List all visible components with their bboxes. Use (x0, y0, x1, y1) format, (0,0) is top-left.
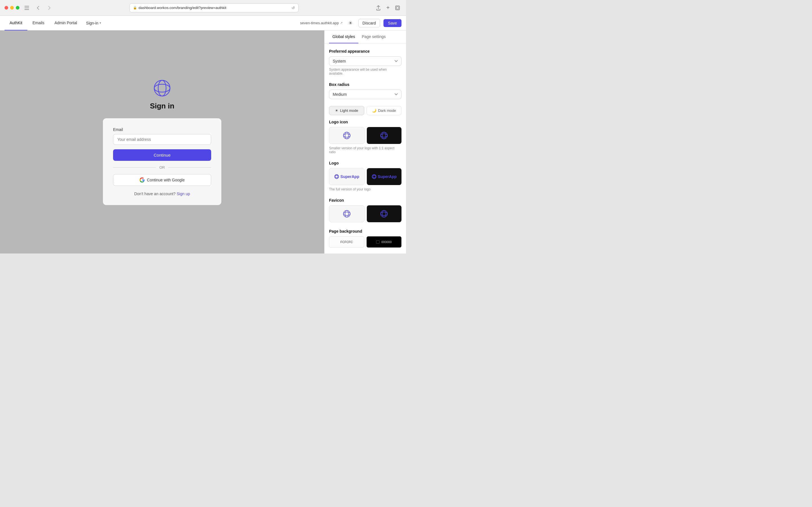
page-background-section: Page background FCFCFC 000000 (329, 229, 402, 247)
svg-point-12 (382, 132, 386, 139)
svg-point-21 (345, 210, 349, 217)
logo-icon-light-svg (343, 131, 351, 139)
signin-container: Sign in Email Continue OR (103, 79, 221, 205)
sidebar-toggle-btn[interactable] (23, 4, 31, 12)
light-mode-btn[interactable]: ☀ Light mode (329, 106, 364, 115)
google-signin-button[interactable]: Continue with Google (113, 174, 211, 186)
light-mode-label: Light mode (340, 108, 358, 113)
appearance-select[interactable]: System Light Dark (329, 56, 402, 66)
svg-rect-1 (24, 8, 29, 8)
app-link-text: seven-times.authkit.app (300, 21, 339, 25)
appearance-hint: System appearance will be used when avai… (329, 68, 402, 75)
tab-signin-dropdown[interactable]: Sign-in ▾ (82, 16, 105, 31)
tab-global-styles[interactable]: Global styles (329, 31, 358, 43)
or-text: OR (159, 165, 165, 170)
bg-previews: FCFCFC 000000 (329, 236, 402, 247)
svg-point-25 (380, 212, 388, 216)
svg-point-15 (336, 175, 338, 179)
svg-rect-0 (24, 6, 29, 6)
appearance-section: Preferred appearance System Light Dark S… (329, 49, 402, 75)
new-tab-icon[interactable]: + (384, 4, 392, 12)
svg-point-11 (380, 132, 388, 139)
minimize-traffic-light[interactable] (10, 6, 14, 10)
browser-chrome: 🔒 dashboard.workos.com/branding/edit?pre… (0, 0, 406, 16)
svg-rect-4 (396, 7, 399, 9)
panel-body: Preferred appearance System Light Dark S… (324, 43, 406, 253)
address-bar[interactable]: 🔒 dashboard.workos.com/branding/edit?pre… (130, 3, 299, 12)
tab-emails[interactable]: Emails (28, 16, 49, 31)
email-label: Email (113, 127, 211, 132)
superapp-dark: SuperApp (371, 174, 397, 179)
svg-point-19 (372, 175, 376, 178)
forward-button[interactable] (45, 4, 53, 12)
continue-button[interactable]: Continue (113, 149, 211, 161)
share-icon[interactable] (374, 4, 382, 12)
svg-point-7 (154, 84, 170, 92)
external-link-icon: ↗ (340, 21, 343, 25)
svg-point-22 (343, 212, 350, 216)
svg-point-23 (380, 210, 388, 217)
google-icon (140, 177, 145, 182)
or-line-right (168, 167, 211, 168)
bg-dark-swatch[interactable]: 000000 (366, 236, 402, 247)
app-link[interactable]: seven-times.authkit.app ↗ (300, 21, 342, 25)
appearance-title: Preferred appearance (329, 49, 402, 54)
logo-icon-light-preview[interactable] (329, 127, 364, 144)
signup-text: Don't have an account? Sign up (113, 191, 211, 196)
email-input[interactable] (113, 134, 211, 145)
back-button[interactable] (34, 4, 42, 12)
logo-icon-title: Logo icon (329, 120, 402, 124)
svg-point-20 (343, 210, 350, 217)
svg-point-10 (343, 134, 350, 137)
superapp-dark-icon (371, 174, 377, 179)
save-button[interactable]: Save (384, 19, 402, 27)
logo-icon-previews (329, 127, 402, 144)
preview-area: Sign in Email Continue OR (0, 31, 324, 253)
bg-light-value: FCFCFC (340, 240, 353, 244)
logo-hint: The full version of your logo (329, 187, 402, 191)
tab-authkit[interactable]: AuthKit (4, 16, 28, 31)
logo-light-preview[interactable]: SuperApp (329, 168, 364, 185)
sun-icon: ☀ (335, 108, 338, 113)
dark-mode-label: Dark mode (378, 108, 396, 113)
box-radius-title: Box radius (329, 82, 402, 87)
tab-page-settings[interactable]: Page settings (358, 31, 389, 43)
signup-link[interactable]: Sign up (177, 191, 190, 196)
logo-section: Logo SuperApp (329, 161, 402, 191)
favicon-light-svg (343, 210, 351, 218)
theme-toggle-btn[interactable]: ☀ (346, 18, 355, 27)
bg-light-swatch[interactable]: FCFCFC (329, 236, 364, 247)
google-button-text: Continue with Google (147, 178, 185, 182)
favicon-previews (329, 205, 402, 222)
favicon-section: Favicon (329, 198, 402, 222)
superapp-light: SuperApp (334, 174, 359, 179)
superapp-light-text: SuperApp (340, 174, 359, 179)
logo-dark-preview[interactable]: SuperApp (367, 168, 402, 185)
box-radius-select[interactable]: Small Medium Large (329, 90, 402, 99)
signin-label: Sign-in (86, 21, 98, 25)
mode-toggle: ☀ Light mode 🌙 Dark mode (329, 106, 402, 115)
reload-icon[interactable]: ↺ (292, 6, 295, 10)
or-divider: OR (113, 165, 211, 170)
tabs-icon[interactable] (394, 4, 402, 12)
discard-button[interactable]: Discard (358, 19, 380, 27)
main-content: Sign in Email Continue OR (0, 31, 406, 253)
favicon-light-preview[interactable] (329, 205, 364, 222)
logo-previews: SuperApp SuperApp (329, 168, 402, 185)
right-panel: Global styles Page settings Preferred ap… (324, 31, 406, 253)
chevron-down-icon: ▾ (100, 21, 101, 25)
tab-admin-portal[interactable]: Admin Portal (49, 16, 82, 31)
favicon-dark-preview[interactable] (367, 205, 402, 222)
moon-icon: 🌙 (372, 108, 376, 113)
close-traffic-light[interactable] (4, 6, 8, 10)
dark-mode-btn[interactable]: 🌙 Dark mode (366, 106, 402, 115)
favicon-title: Favicon (329, 198, 402, 203)
dark-color-box (376, 240, 379, 244)
toolbar-right: seven-times.authkit.app ↗ ☀ Discard Save (300, 18, 402, 27)
fullscreen-traffic-light[interactable] (16, 6, 19, 10)
logo-icon-dark-preview[interactable] (367, 127, 402, 144)
box-radius-section: Box radius Small Medium Large (329, 82, 402, 99)
superapp-dark-text: SuperApp (378, 174, 397, 179)
signin-title: Sign in (150, 102, 174, 110)
toolbar-tabs: AuthKit Emails Admin Portal Sign-in ▾ (4, 16, 105, 31)
